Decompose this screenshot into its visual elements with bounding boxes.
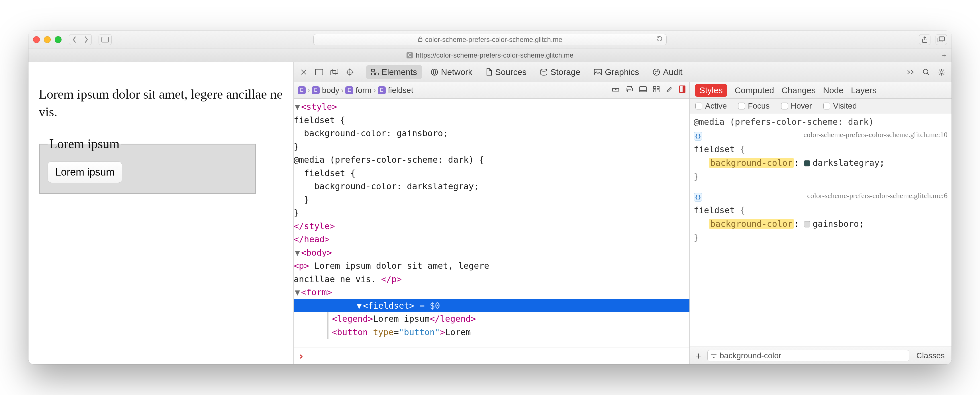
- inspector-tab-network[interactable]: Network: [426, 65, 477, 79]
- rule-value[interactable]: darkslategray: [813, 158, 880, 168]
- inspector-tab-elements[interactable]: Elements: [366, 65, 422, 79]
- filter-icon: [711, 351, 717, 360]
- dom-row[interactable]: }: [294, 193, 689, 207]
- ruler-icon[interactable]: [612, 86, 619, 95]
- grid-icon[interactable]: [653, 86, 660, 95]
- dom-row[interactable]: }: [294, 206, 689, 220]
- svg-rect-30: [657, 86, 659, 89]
- dom-row[interactable]: background-color: gainsboro;: [294, 127, 689, 140]
- show-sidebar-button[interactable]: [99, 34, 112, 45]
- fullscreen-window-button[interactable]: [55, 36, 62, 43]
- classes-toggle[interactable]: Classes: [913, 351, 948, 360]
- dock-undocked-icon[interactable]: [328, 66, 340, 78]
- reload-icon[interactable]: [656, 35, 663, 44]
- close-window-button[interactable]: [33, 36, 40, 43]
- rule-property[interactable]: background-color: [709, 219, 794, 229]
- svg-rect-13: [371, 69, 374, 71]
- inspect-element-icon[interactable]: [344, 66, 356, 78]
- dom-row-selected[interactable]: ▼<fieldset> = $0: [294, 299, 689, 313]
- dom-row[interactable]: ▼<style>: [294, 100, 689, 114]
- tab-title[interactable]: https://color-scheme-prefers-color-schem…: [416, 51, 573, 59]
- styles-tab-changes[interactable]: Changes: [781, 86, 816, 95]
- new-rule-button[interactable]: ＋: [694, 349, 703, 362]
- search-icon[interactable]: [920, 66, 932, 78]
- dom-row[interactable]: background-color: darkslategray;: [294, 180, 689, 193]
- storage-icon: [540, 68, 547, 75]
- rule-source-link[interactable]: color-scheme-prefers-color-scheme.glitch…: [807, 190, 948, 202]
- dom-row[interactable]: }: [294, 140, 689, 154]
- device-icon[interactable]: [639, 86, 647, 95]
- paint-icon[interactable]: [666, 86, 673, 95]
- dom-tree[interactable]: ▼<style> fieldset { background-color: ga…: [294, 99, 689, 347]
- dom-row[interactable]: </style>: [294, 220, 689, 233]
- inspector-tab-label: Audit: [663, 67, 682, 77]
- inspector-tab-storage[interactable]: Storage: [535, 65, 585, 79]
- rule-value[interactable]: gainsboro: [813, 219, 859, 229]
- console-prompt-icon: ›: [298, 350, 304, 362]
- lock-icon: [418, 36, 423, 44]
- styles-tab-computed[interactable]: Computed: [735, 86, 774, 95]
- styles-tab-styles[interactable]: Styles: [695, 84, 727, 97]
- styles-filter-input[interactable]: background-color: [707, 350, 909, 362]
- color-swatch[interactable]: [804, 221, 810, 228]
- back-button[interactable]: [69, 34, 80, 45]
- svg-rect-27: [640, 87, 646, 92]
- svg-rect-0: [102, 37, 108, 42]
- network-icon: [431, 68, 438, 76]
- crumb-body[interactable]: Ebody: [312, 86, 339, 95]
- pseudo-visited[interactable]: Visited: [823, 102, 857, 111]
- show-tabs-button[interactable]: [935, 34, 947, 45]
- rendered-page: Lorem ipsum dolor sit amet, legere ancil…: [29, 62, 293, 364]
- dom-row[interactable]: ▼<form>: [294, 286, 689, 299]
- close-inspector-button[interactable]: [298, 66, 310, 78]
- image-icon: [594, 69, 602, 75]
- dom-row[interactable]: </head>: [294, 233, 689, 246]
- dock-bottom-icon[interactable]: [313, 66, 325, 78]
- dom-row[interactable]: ancillae ne vis. </p>: [294, 273, 689, 286]
- more-tabs-icon[interactable]: [905, 66, 917, 78]
- svg-rect-34: [682, 86, 685, 92]
- crumb-form[interactable]: Eform: [345, 86, 371, 95]
- styles-tab-node[interactable]: Node: [823, 86, 843, 95]
- forward-button[interactable]: [80, 34, 92, 45]
- dom-row[interactable]: <legend>Lorem ipsum</legend>: [294, 312, 689, 326]
- minimize-window-button[interactable]: [44, 36, 51, 43]
- inspector-tab-sources[interactable]: Sources: [481, 65, 531, 79]
- inspector-tab-audit[interactable]: Audit: [648, 65, 687, 79]
- svg-rect-5: [939, 37, 944, 41]
- style-rule[interactable]: {} color-scheme-prefers-color-scheme.gli…: [694, 190, 948, 245]
- new-tab-button[interactable]: ＋: [938, 49, 950, 61]
- stylesheet-badge-icon: {}: [694, 132, 702, 140]
- dom-row[interactable]: @media (prefers-color-scheme: dark) {: [294, 153, 689, 167]
- safari-window: color-scheme-prefers-color-scheme.glitch…: [29, 31, 951, 364]
- share-button[interactable]: [919, 34, 931, 45]
- toggle-details-icon[interactable]: [679, 86, 686, 95]
- svg-rect-8: [331, 70, 336, 75]
- style-rule[interactable]: @media (prefers-color-scheme: dark) {} c…: [694, 115, 948, 183]
- gear-icon[interactable]: [935, 66, 948, 78]
- rule-source-link[interactable]: color-scheme-prefers-color-scheme.glitch…: [803, 129, 948, 141]
- rule-property[interactable]: background-color: [709, 158, 794, 168]
- console-prompt-row[interactable]: ›: [294, 347, 689, 364]
- style-rules[interactable]: @media (prefers-color-scheme: dark) {} c…: [690, 113, 951, 347]
- svg-rect-2: [418, 38, 422, 41]
- dom-row[interactable]: <button type="button">Lorem: [294, 326, 689, 339]
- styles-tab-layers[interactable]: Layers: [851, 86, 877, 95]
- address-bar[interactable]: color-scheme-prefers-color-scheme.glitch…: [313, 34, 667, 45]
- dom-row[interactable]: ▼<body>: [294, 246, 689, 260]
- crumb-root[interactable]: E: [298, 86, 306, 94]
- crumb-fieldset[interactable]: Efieldset: [378, 86, 414, 95]
- svg-rect-14: [375, 73, 378, 75]
- tab-favicon: C: [407, 52, 413, 59]
- pseudo-active[interactable]: Active: [695, 102, 727, 111]
- inspector-columns: E › Ebody › Eform › Efieldset: [294, 82, 951, 364]
- pseudo-focus[interactable]: Focus: [738, 102, 770, 111]
- color-swatch[interactable]: [804, 160, 810, 166]
- dom-row[interactable]: fieldset {: [294, 114, 689, 127]
- dom-row[interactable]: <p> Lorem ipsum dolor sit amet, legere: [294, 260, 689, 273]
- inspector-tab-graphics[interactable]: Graphics: [589, 65, 644, 79]
- page-button[interactable]: Lorem ipsum: [48, 161, 122, 183]
- pseudo-hover[interactable]: Hover: [781, 102, 812, 111]
- dom-row[interactable]: fieldset {: [294, 167, 689, 180]
- print-icon[interactable]: [625, 86, 633, 95]
